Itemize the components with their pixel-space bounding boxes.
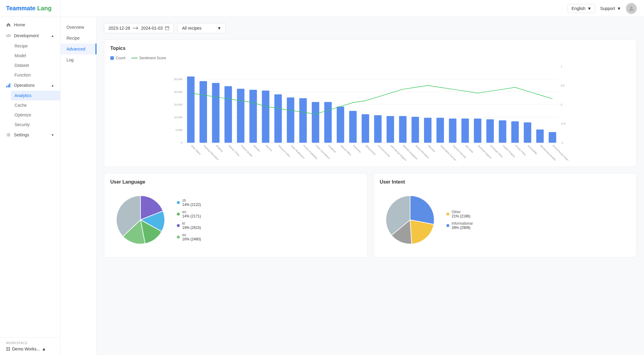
home-icon bbox=[6, 22, 11, 27]
svg-text:-1: -1 bbox=[561, 141, 563, 144]
sidebar-item-development[interactable]: Development ▲ bbox=[0, 30, 60, 41]
sidebar-item-cache[interactable]: Cache bbox=[11, 100, 60, 110]
svg-rect-2 bbox=[9, 83, 10, 87]
subnav-recipe[interactable]: Recipe bbox=[60, 33, 96, 44]
svg-point-3 bbox=[8, 134, 9, 136]
sidebar-item-dataset[interactable]: Dataset bbox=[11, 60, 60, 70]
svg-rect-5 bbox=[8, 347, 10, 349]
svg-text:0.5: 0.5 bbox=[561, 84, 565, 87]
sidebar-item-recipe[interactable]: Recipe bbox=[11, 41, 60, 51]
lang-legend-zh: zh 14% (2122) bbox=[177, 198, 201, 207]
support-chevron: ▼ bbox=[617, 6, 621, 11]
user-language-content: zh 14% (2122) en 14% (2171) bbox=[110, 190, 361, 250]
svg-text:-0.5: -0.5 bbox=[561, 122, 565, 125]
svg-rect-27 bbox=[187, 77, 195, 143]
svg-text:5,000: 5,000 bbox=[176, 129, 183, 132]
avatar-icon bbox=[628, 5, 634, 11]
svg-text:Returns: Returns bbox=[265, 144, 273, 152]
sidebar-item-operations[interactable]: Operations ▲ bbox=[0, 80, 60, 91]
sentiment-line bbox=[131, 58, 138, 58]
chart-icon bbox=[6, 83, 11, 88]
svg-rect-85 bbox=[549, 132, 556, 143]
svg-rect-53 bbox=[349, 111, 357, 143]
settings-icon bbox=[6, 132, 11, 137]
svg-text:Accessibility: Accessibility bbox=[527, 144, 538, 155]
informational-dot bbox=[446, 224, 449, 227]
avatar[interactable] bbox=[626, 3, 637, 14]
sidebar-item-optimize[interactable]: Optimize bbox=[11, 110, 60, 120]
svg-text:10,000: 10,000 bbox=[174, 116, 183, 119]
workspace-icon bbox=[6, 347, 10, 351]
svg-rect-77 bbox=[499, 120, 506, 143]
svg-text:Shipping: Shipping bbox=[215, 144, 224, 152]
svg-rect-61 bbox=[399, 116, 406, 143]
sidebar-item-security[interactable]: Security bbox=[11, 120, 60, 129]
svg-text:0: 0 bbox=[181, 141, 183, 144]
lang-legend-es: es 16% (2460) bbox=[177, 233, 201, 241]
svg-rect-75 bbox=[486, 119, 494, 143]
svg-text:Product Quality: Product Quality bbox=[240, 144, 253, 157]
topics-chart-title: Topics bbox=[110, 46, 630, 51]
arrow-icon bbox=[133, 27, 139, 30]
user-intent-content: Other 21% (2186) Informational 28% (2909… bbox=[380, 190, 631, 250]
bar-chart-container: 25,00020,00015,00010,0005,000010.50-0.5-… bbox=[110, 64, 630, 161]
svg-text:Billing Issues: Billing Issues bbox=[365, 144, 377, 156]
sidebar-item-model[interactable]: Model bbox=[11, 51, 60, 60]
svg-text:Delivery Times: Delivery Times bbox=[228, 144, 241, 157]
logo-teammate: Teammate bbox=[6, 5, 35, 11]
recipes-dropdown[interactable]: All recipes ▼ bbox=[177, 23, 226, 33]
lang-legend-en: en 14% (2171) bbox=[177, 210, 201, 218]
svg-rect-37 bbox=[249, 90, 257, 143]
svg-rect-29 bbox=[199, 81, 207, 143]
settings-chevron: ▼ bbox=[51, 133, 54, 137]
svg-text:25,000: 25,000 bbox=[174, 78, 183, 81]
svg-text:Feedback: Feedback bbox=[328, 144, 337, 153]
svg-rect-39 bbox=[262, 90, 270, 143]
workspace-name[interactable]: Demo Works... ▲ bbox=[6, 347, 54, 351]
svg-text:Special Offers: Special Offers bbox=[340, 144, 352, 156]
chart-legend: Count Sentiment Score bbox=[110, 56, 630, 60]
svg-rect-4 bbox=[6, 347, 8, 349]
svg-rect-43 bbox=[287, 97, 294, 143]
svg-text:Privacy Policy: Privacy Policy bbox=[515, 144, 527, 156]
svg-rect-67 bbox=[436, 118, 444, 143]
user-intent-title: User Intent bbox=[380, 179, 631, 185]
date-from: 2023-12-28 bbox=[108, 26, 130, 31]
workspace-chevron: ▲ bbox=[42, 347, 46, 351]
svg-rect-69 bbox=[449, 119, 457, 143]
sidebar-item-settings[interactable]: Settings ▼ bbox=[0, 129, 60, 140]
svg-rect-45 bbox=[299, 98, 307, 143]
sidebar-item-analytics[interactable]: Analytics bbox=[11, 91, 60, 100]
support-button[interactable]: Support ▼ bbox=[600, 6, 621, 11]
lang-legend-kr: kr 19% (2815) bbox=[177, 221, 201, 230]
recipes-chevron: ▼ bbox=[217, 26, 221, 31]
sidebar-item-function[interactable]: Function bbox=[11, 70, 60, 80]
user-intent-section: User Intent Other 21% (2186) bbox=[374, 173, 637, 258]
subnav-log[interactable]: Log bbox=[60, 54, 96, 65]
svg-text:Gift Cards: Gift Cards bbox=[465, 144, 474, 154]
sidebar-item-home[interactable]: Home bbox=[0, 19, 60, 30]
svg-text:Refunds: Refunds bbox=[253, 144, 261, 152]
date-range-picker[interactable]: 2023-12-28 2024-01-03 bbox=[104, 23, 174, 33]
subnav-advanced[interactable]: Advanced bbox=[60, 44, 96, 54]
svg-text:15,000: 15,000 bbox=[174, 103, 183, 106]
logo-lang: Lang bbox=[37, 5, 52, 11]
count-dot bbox=[110, 56, 114, 60]
development-chevron: ▲ bbox=[51, 34, 54, 37]
svg-rect-41 bbox=[274, 94, 282, 143]
content-wrapper: Overview Recipe Advanced Log 2023-12-28 bbox=[60, 17, 644, 355]
bottom-charts: User Language zh 14% (2122) bbox=[104, 173, 637, 258]
intent-pie-legend: Other 21% (2186) Informational 28% (2909… bbox=[446, 210, 473, 230]
recipes-label: All recipes bbox=[182, 26, 202, 31]
user-language-title: User Language bbox=[110, 179, 361, 185]
intent-pie-chart bbox=[380, 190, 440, 250]
support-label: Support bbox=[600, 6, 615, 11]
legend-sentiment: Sentiment Score bbox=[131, 56, 166, 60]
svg-rect-73 bbox=[474, 119, 481, 143]
subnav-overview[interactable]: Overview bbox=[60, 22, 96, 33]
svg-text:20,000: 20,000 bbox=[174, 90, 183, 93]
language-selector[interactable]: English ▼ bbox=[568, 4, 595, 13]
language-pie-chart bbox=[110, 190, 171, 250]
es-dot bbox=[177, 236, 180, 239]
sidebar-bottom: WORKSPACE Demo Works... ▲ bbox=[0, 337, 60, 355]
